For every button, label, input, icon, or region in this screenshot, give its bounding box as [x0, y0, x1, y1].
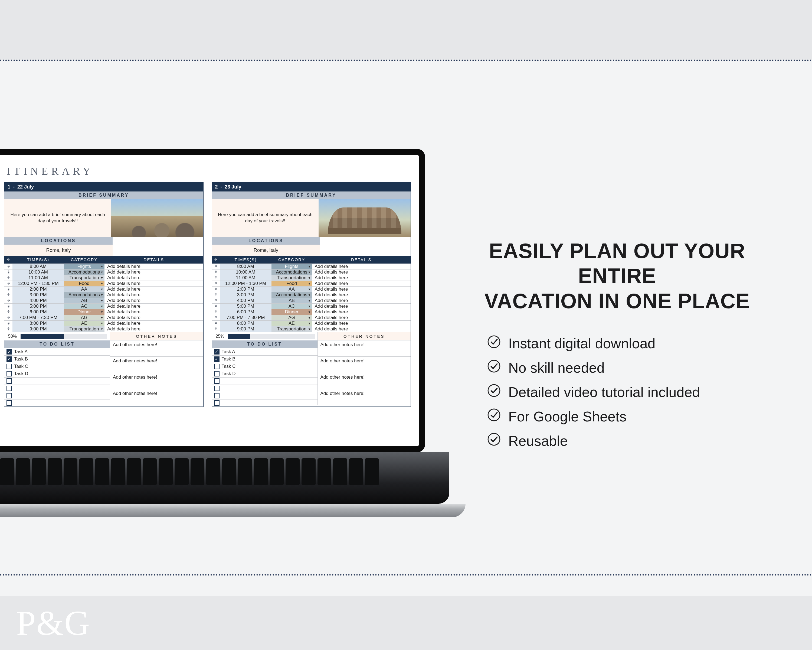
- category-dropdown[interactable]: Transportation▼: [272, 275, 312, 281]
- category-dropdown[interactable]: AA▼: [272, 286, 312, 292]
- time-cell[interactable]: 2:00 PM: [220, 286, 272, 292]
- category-dropdown[interactable]: Accomodations▼: [272, 292, 312, 298]
- row-link-icon[interactable]: ⚘: [4, 286, 12, 292]
- details-cell[interactable]: Add details here: [312, 264, 411, 269]
- category-dropdown[interactable]: AB▼: [272, 298, 312, 303]
- details-cell[interactable]: Add details here: [104, 286, 203, 292]
- details-cell[interactable]: Add details here: [312, 315, 411, 320]
- details-cell[interactable]: Add details here: [104, 292, 203, 298]
- task-row[interactable]: [212, 377, 317, 385]
- task-row[interactable]: [4, 385, 110, 392]
- time-cell[interactable]: 12:00 PM - 1:30 PM: [220, 281, 272, 286]
- time-cell[interactable]: 8:00 PM: [220, 321, 272, 326]
- time-cell[interactable]: 7:00 PM - 7:30 PM: [12, 315, 64, 320]
- category-dropdown[interactable]: Flights▼: [64, 264, 104, 269]
- row-link-icon[interactable]: ⚘: [212, 292, 220, 298]
- row-link-icon[interactable]: ⚘: [4, 315, 12, 320]
- category-dropdown[interactable]: AG▼: [272, 315, 312, 320]
- category-dropdown[interactable]: AE▼: [272, 321, 312, 326]
- time-cell[interactable]: 11:00 AM: [12, 275, 64, 281]
- time-cell[interactable]: 3:00 PM: [220, 292, 272, 298]
- details-cell[interactable]: Add details here: [312, 275, 411, 281]
- row-link-icon[interactable]: ⚘: [212, 281, 220, 286]
- details-cell[interactable]: Add details here: [312, 298, 411, 303]
- checkbox[interactable]: [6, 371, 12, 376]
- category-dropdown[interactable]: Dinner▼: [272, 309, 312, 315]
- checkbox[interactable]: ✓: [214, 356, 220, 362]
- time-cell[interactable]: 7:00 PM - 7:30 PM: [220, 315, 272, 320]
- task-row[interactable]: Task D: [212, 370, 317, 377]
- checkbox[interactable]: [6, 393, 12, 398]
- category-dropdown[interactable]: AC▼: [64, 304, 104, 309]
- time-cell[interactable]: 2:00 PM: [12, 286, 64, 292]
- category-dropdown[interactable]: Transportation▼: [272, 326, 312, 332]
- task-row[interactable]: ✓Task A: [212, 348, 317, 355]
- task-row[interactable]: [212, 399, 317, 407]
- category-dropdown[interactable]: AB▼: [64, 298, 104, 303]
- row-link-icon[interactable]: ⚘: [4, 292, 12, 298]
- time-cell[interactable]: 12:00 PM - 1:30 PM: [12, 281, 64, 286]
- row-link-icon[interactable]: ⚘: [212, 286, 220, 292]
- category-dropdown[interactable]: Accomodations▼: [64, 269, 104, 275]
- row-link-icon[interactable]: ⚘: [4, 326, 12, 332]
- summary-text[interactable]: Here you can add a brief summary about e…: [4, 199, 111, 237]
- row-link-icon[interactable]: ⚘: [212, 275, 220, 281]
- details-cell[interactable]: Add details here: [312, 286, 411, 292]
- time-cell[interactable]: 5:00 PM: [220, 304, 272, 309]
- checkbox[interactable]: ✓: [6, 349, 12, 355]
- time-cell[interactable]: 11:00 AM: [220, 275, 272, 281]
- details-cell[interactable]: Add details here: [104, 321, 203, 326]
- category-dropdown[interactable]: AE▼: [64, 321, 104, 326]
- time-cell[interactable]: 8:00 AM: [12, 264, 64, 269]
- time-cell[interactable]: 8:00 PM: [12, 321, 64, 326]
- details-cell[interactable]: Add details here: [104, 275, 203, 281]
- row-link-icon[interactable]: ⚘: [212, 269, 220, 275]
- details-cell[interactable]: Add details here: [312, 309, 411, 315]
- time-cell[interactable]: 9:00 PM: [220, 326, 272, 332]
- details-cell[interactable]: Add details here: [312, 304, 411, 309]
- time-cell[interactable]: 10:00 AM: [12, 269, 64, 275]
- task-row[interactable]: [212, 385, 317, 392]
- task-row[interactable]: Task D: [4, 370, 110, 377]
- details-cell[interactable]: Add details here: [104, 315, 203, 320]
- category-dropdown[interactable]: Accomodations▼: [64, 292, 104, 298]
- task-row[interactable]: [4, 392, 110, 399]
- task-row[interactable]: ✓Task B: [4, 355, 110, 362]
- category-dropdown[interactable]: AG▼: [64, 315, 104, 320]
- checkbox[interactable]: [214, 400, 220, 406]
- category-dropdown[interactable]: Transportation▼: [64, 275, 104, 281]
- details-cell[interactable]: Add details here: [312, 321, 411, 326]
- category-dropdown[interactable]: Flights▼: [272, 264, 312, 269]
- time-cell[interactable]: 6:00 PM: [220, 309, 272, 315]
- row-link-icon[interactable]: ⚘: [212, 315, 220, 320]
- note-cell[interactable]: Add other notes here!: [110, 373, 203, 389]
- checkbox[interactable]: [214, 378, 220, 384]
- checkbox[interactable]: [6, 400, 12, 406]
- details-cell[interactable]: Add details here: [104, 281, 203, 286]
- checkbox[interactable]: [214, 371, 220, 376]
- row-link-icon[interactable]: ⚘: [212, 309, 220, 315]
- location-cell[interactable]: Rome, Italy: [212, 245, 320, 256]
- task-row[interactable]: [4, 399, 110, 407]
- time-cell[interactable]: 5:00 PM: [12, 304, 64, 309]
- category-dropdown[interactable]: Dinner▼: [64, 309, 104, 315]
- time-cell[interactable]: 10:00 AM: [220, 269, 272, 275]
- category-dropdown[interactable]: Transportation▼: [64, 326, 104, 332]
- checkbox[interactable]: [214, 364, 220, 369]
- details-cell[interactable]: Add details here: [312, 292, 411, 298]
- details-cell[interactable]: Add details here: [312, 281, 411, 286]
- note-cell[interactable]: Add other notes here!: [317, 356, 411, 373]
- time-cell[interactable]: 6:00 PM: [12, 309, 64, 315]
- details-cell[interactable]: Add details here: [312, 269, 411, 275]
- checkbox[interactable]: [6, 378, 12, 384]
- checkbox[interactable]: [6, 364, 12, 369]
- time-cell[interactable]: 3:00 PM: [12, 292, 64, 298]
- row-link-icon[interactable]: ⚘: [4, 275, 12, 281]
- details-cell[interactable]: Add details here: [104, 269, 203, 275]
- summary-text[interactable]: Here you can add a brief summary about e…: [212, 199, 319, 237]
- checkbox[interactable]: [6, 386, 12, 391]
- row-link-icon[interactable]: ⚘: [4, 321, 12, 326]
- note-cell[interactable]: Add other notes here!: [110, 389, 203, 405]
- row-link-icon[interactable]: ⚘: [4, 309, 12, 315]
- row-link-icon[interactable]: ⚘: [4, 269, 12, 275]
